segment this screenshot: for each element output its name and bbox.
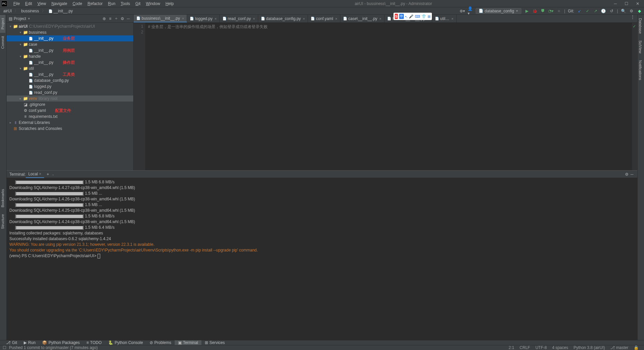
git-push-icon[interactable]: ↗ bbox=[593, 8, 598, 14]
breadcrumb-item[interactable]: bussiness bbox=[20, 9, 40, 13]
menu-edit[interactable]: Edit bbox=[22, 1, 35, 6]
caret-position[interactable]: 2:1 bbox=[506, 345, 517, 350]
code-area[interactable]: # 业务层，是一连串的操作组成的场景，例如登录成功或者登录失败 bbox=[145, 23, 632, 170]
ime-toolbox-icon[interactable]: ⊞ bbox=[428, 14, 431, 19]
tree-item[interactable]: 📄__init__.py用例层 bbox=[7, 47, 133, 53]
menu-code[interactable]: Code bbox=[70, 1, 85, 6]
close-icon[interactable]: × bbox=[39, 172, 41, 176]
menu-file[interactable]: File bbox=[11, 1, 22, 6]
tree-item[interactable]: ≡requirements.txt bbox=[7, 114, 133, 120]
close-icon[interactable]: × bbox=[334, 17, 337, 21]
minimize-button[interactable]: ─ bbox=[610, 1, 620, 6]
editor-tab[interactable]: 📄database_config.py× bbox=[258, 15, 308, 22]
readonly-lock-icon[interactable]: 🔒 bbox=[631, 345, 641, 350]
editor-tab[interactable]: 📄util…× bbox=[432, 15, 457, 22]
tree-item[interactable]: 📄__init__.py操作层 bbox=[7, 59, 133, 65]
git-update-icon[interactable]: ↙ bbox=[577, 8, 582, 14]
ime-keyboard-icon[interactable]: ⌨ bbox=[415, 14, 420, 19]
ime-toolbar[interactable]: S 中 •, 🎤 ⌨ 👕 ⊞ bbox=[393, 13, 432, 20]
bottom-tool-git[interactable]: ⎇Git bbox=[3, 340, 20, 345]
tree-item[interactable]: ▾📁util bbox=[7, 65, 133, 71]
hide-icon[interactable]: ─ bbox=[125, 16, 131, 21]
tool-tab-structure[interactable]: Structure bbox=[0, 211, 5, 232]
new-terminal-button[interactable]: + bbox=[44, 172, 52, 177]
tree-item[interactable]: ▾📁case bbox=[7, 41, 133, 47]
stop-button[interactable]: ■ bbox=[556, 8, 561, 14]
tree-item[interactable]: 📄logged.py bbox=[7, 83, 133, 90]
terminal-dropdown-icon[interactable]: ⌄ bbox=[52, 173, 54, 176]
tree-scratches[interactable]: ⊞Scratches and Consoles bbox=[7, 126, 133, 132]
terminal-tab[interactable]: Local × bbox=[26, 171, 44, 178]
tool-tab-sciview[interactable]: SciView bbox=[638, 37, 643, 57]
tree-external-libs[interactable]: ▸⫴External Libraries bbox=[7, 120, 133, 126]
editor-tab[interactable]: 📄bussiness\__init__.py× bbox=[134, 15, 187, 22]
tree-item[interactable]: 📄__init__.py工具类 bbox=[7, 71, 133, 77]
editor-tab[interactable]: 📄read_conf.py× bbox=[220, 15, 258, 22]
inspection-stripe[interactable]: ✓ bbox=[632, 23, 637, 170]
file-encoding[interactable]: UTF-8 bbox=[533, 345, 549, 350]
interpreter[interactable]: Python 3.8 (airUI) bbox=[571, 345, 608, 350]
menu-navigate[interactable]: Navigate bbox=[49, 1, 70, 6]
tree-item[interactable]: ▾📁handle bbox=[7, 53, 133, 59]
menu-help[interactable]: Help bbox=[163, 1, 176, 6]
tree-item[interactable]: 📄database_config.py bbox=[7, 77, 133, 83]
tool-tab-notifications[interactable]: Notifications bbox=[638, 57, 643, 83]
run-config-selector[interactable]: 📄 database_config ▼ bbox=[476, 8, 521, 14]
menu-git[interactable]: Git bbox=[133, 1, 143, 6]
bottom-tool-terminal[interactable]: ▣Terminal bbox=[175, 340, 201, 345]
tool-tab-commit[interactable]: Commit bbox=[0, 33, 5, 52]
git-branch[interactable]: ⎇ master bbox=[608, 345, 631, 350]
users-icon[interactable]: 👤▾ bbox=[468, 8, 473, 14]
close-icon[interactable]: × bbox=[214, 17, 216, 21]
ime-mic-icon[interactable]: 🎤 bbox=[409, 14, 414, 19]
project-tree[interactable]: ▾📁airUIC:\Users\EDY\PycharmProjects\airU… bbox=[7, 23, 133, 132]
collapse-icon[interactable]: ÷ bbox=[113, 16, 119, 21]
terminal-output[interactable]: || 1.5 MB 6.8 MB/s Downloading SQLAlchem… bbox=[7, 178, 637, 260]
close-icon[interactable]: × bbox=[379, 17, 381, 21]
bottom-tool-problems[interactable]: ⊘Problems bbox=[146, 340, 175, 345]
menu-tools[interactable]: Tools bbox=[118, 1, 133, 6]
maximize-button[interactable]: ☐ bbox=[622, 1, 632, 6]
editor-tab[interactable]: 📄case\__init__.py× bbox=[340, 15, 384, 22]
search-icon[interactable]: 🔍 bbox=[621, 8, 626, 14]
close-icon[interactable]: × bbox=[181, 16, 184, 20]
breadcrumb-item[interactable]: airUI bbox=[2, 9, 13, 13]
tree-item[interactable]: ⚙conf.yaml配置文件 bbox=[7, 108, 133, 114]
tree-root[interactable]: ▾📁airUIC:\Users\EDY\PycharmProjects\airU… bbox=[7, 23, 133, 29]
tool-tab-project[interactable]: Project bbox=[0, 15, 5, 33]
bottom-tool-python-packages[interactable]: 📦Python Packages bbox=[39, 340, 83, 345]
ime-lang[interactable]: 中 bbox=[399, 14, 404, 19]
git-rollback-icon[interactable]: ↺ bbox=[609, 8, 614, 14]
bottom-tool-services[interactable]: ⊞Services bbox=[201, 340, 228, 345]
breadcrumb-item[interactable]: 📄 __init__.py bbox=[47, 9, 74, 13]
bottom-tool-todo[interactable]: ≡TODO bbox=[83, 340, 105, 345]
tool-tab-bookmarks[interactable]: Bookmarks bbox=[0, 186, 5, 211]
editor-tab[interactable]: 📄conf.yaml× bbox=[308, 15, 340, 22]
close-icon[interactable]: × bbox=[252, 17, 255, 21]
run-button[interactable]: ▶ bbox=[524, 8, 529, 14]
profile-button[interactable]: ◔▾ bbox=[548, 8, 553, 14]
debug-button[interactable]: 🐞 bbox=[532, 8, 537, 14]
ime-punct-icon[interactable]: •, bbox=[405, 14, 408, 18]
avatar-icon[interactable]: ◆ bbox=[637, 8, 642, 14]
line-separator[interactable]: CRLF bbox=[517, 345, 533, 350]
coverage-button[interactable]: ⛊ bbox=[540, 8, 545, 14]
add-config-icon[interactable]: ⊕▾ bbox=[460, 8, 465, 14]
dropdown-icon[interactable]: ▼ bbox=[27, 17, 30, 20]
expand-icon[interactable]: ≡ bbox=[107, 16, 113, 21]
bottom-tool-python-console[interactable]: 🐍Python Console bbox=[105, 340, 146, 345]
status-icon[interactable]: ☐ bbox=[3, 345, 6, 350]
project-title[interactable]: Project bbox=[14, 16, 26, 21]
git-history-icon[interactable]: 🕓 bbox=[601, 8, 606, 14]
terminal-settings-icon[interactable]: ⚙ bbox=[624, 172, 629, 177]
tool-tab-database[interactable]: Database bbox=[638, 15, 643, 37]
tree-item[interactable]: ◪.gitignore bbox=[7, 102, 133, 108]
ime-skin-icon[interactable]: 👕 bbox=[422, 14, 426, 19]
tree-item[interactable]: ▾📁bussiness bbox=[7, 29, 133, 35]
tree-item[interactable]: 📄__init__.py业务层 bbox=[7, 35, 133, 41]
editor-tabs-more[interactable]: ⋮ bbox=[628, 15, 637, 22]
menu-window[interactable]: Window bbox=[143, 1, 163, 6]
tree-item[interactable]: ▸📁venvlibrary root bbox=[7, 96, 133, 102]
bottom-tool-run[interactable]: ▶Run bbox=[20, 340, 39, 345]
menu-view[interactable]: View bbox=[35, 1, 49, 6]
